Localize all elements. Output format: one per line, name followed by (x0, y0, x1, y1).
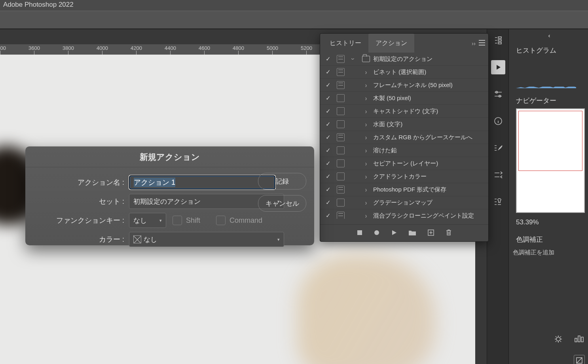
tab-actions[interactable]: アクション (368, 34, 414, 53)
action-row[interactable]: ✓›キャストシャドウ (文字) (320, 105, 488, 118)
sliders-icon[interactable] (491, 87, 505, 101)
svg-rect-7 (575, 338, 577, 342)
set-label: セット : (25, 197, 129, 206)
check-icon[interactable]: ✓ (326, 82, 331, 89)
toggle-dialog-icon[interactable] (337, 212, 345, 219)
right-side-panels: ‹‹ ヒストグラム ナビゲーター 53.39% 色調補正 色調補正を追加 (508, 29, 588, 364)
toggle-dialog-icon[interactable] (337, 133, 345, 141)
action-row[interactable]: ✓›クアドラントカラー (320, 170, 488, 183)
check-icon[interactable]: ✓ (326, 147, 331, 154)
bottom-right-button[interactable] (574, 355, 585, 364)
toggle-dialog-icon[interactable] (337, 159, 345, 167)
toggle-dialog-icon[interactable] (337, 107, 345, 115)
action-label: カスタム RGB からグレースケールへ (372, 134, 487, 141)
navigator-thumbnail[interactable] (516, 108, 585, 213)
check-icon[interactable]: ✓ (326, 199, 331, 206)
color-select-value: なし (144, 235, 157, 244)
check-icon[interactable]: ✓ (326, 186, 331, 193)
check-icon[interactable]: ✓ (326, 212, 331, 219)
toggle-dialog-icon[interactable] (337, 120, 345, 128)
color-select[interactable]: なし ▾ (129, 232, 284, 247)
caret-right-icon[interactable]: › (365, 173, 367, 180)
toggle-dialog-icon[interactable] (337, 173, 345, 180)
action-row[interactable]: ✓›木製 (50 pixel) (320, 92, 488, 105)
toggle-dialog-icon[interactable] (337, 94, 345, 102)
action-row[interactable]: ✓›初期設定のアクション (320, 53, 488, 66)
toggle-dialog-icon[interactable] (337, 68, 345, 76)
check-icon[interactable]: ✓ (326, 173, 331, 180)
caret-right-icon[interactable]: › (365, 212, 367, 219)
play-icon[interactable] (491, 60, 505, 74)
check-icon[interactable]: ✓ (326, 68, 331, 76)
action-row[interactable]: ✓›セピアトーン (レイヤー) (320, 157, 488, 170)
function-key-value: なし (133, 216, 147, 225)
check-icon[interactable]: ✓ (326, 108, 331, 115)
action-row[interactable]: ✓›混合ブラシクローニングペイント設定 (320, 209, 488, 219)
caret-right-icon[interactable]: › (365, 68, 367, 76)
levels-icon[interactable] (575, 335, 584, 345)
check-icon[interactable]: ✓ (326, 160, 331, 167)
record-button[interactable]: 記録 (258, 173, 306, 190)
brush-panel-icon[interactable] (491, 141, 505, 155)
check-icon[interactable]: ✓ (326, 121, 331, 128)
shift-checkbox[interactable] (173, 216, 182, 225)
action-row[interactable]: ✓›グラデーションマップ (320, 196, 488, 209)
panel-menu-icon[interactable] (478, 40, 486, 47)
caret-right-icon[interactable]: › (365, 107, 367, 115)
toggle-dialog-icon[interactable] (337, 81, 345, 89)
new-action-icon[interactable] (428, 229, 434, 237)
new-set-folder-icon[interactable] (409, 230, 416, 237)
toggle-dialog-icon[interactable] (337, 199, 345, 207)
options-bar (0, 11, 588, 29)
check-icon[interactable]: ✓ (326, 55, 331, 63)
action-label: 水面 (文字) (372, 121, 487, 128)
brightness-contrast-icon[interactable] (554, 335, 563, 345)
action-name-input[interactable] (129, 175, 275, 190)
expand-panel-icon[interactable]: ›› (469, 40, 478, 47)
action-row[interactable]: ✓›Photoshop PDF 形式で保存 (320, 183, 488, 196)
action-label: 混合ブラシクローニングペイント設定 (372, 212, 487, 219)
action-row[interactable]: ✓›フレームチャンネル (50 pixel) (320, 79, 488, 92)
toggle-dialog-icon[interactable] (337, 55, 345, 63)
info-icon[interactable] (491, 114, 505, 128)
check-icon[interactable]: ✓ (326, 95, 331, 102)
action-row[interactable]: ✓›カスタム RGB からグレースケールへ (320, 131, 488, 144)
caret-right-icon[interactable]: › (365, 81, 367, 89)
toggle-dialog-icon[interactable] (337, 146, 345, 154)
command-checkbox[interactable] (216, 216, 226, 225)
clone-source-icon[interactable] (491, 168, 505, 182)
caret-down-icon[interactable]: › (349, 58, 357, 60)
record-icon[interactable] (374, 230, 379, 237)
function-key-select[interactable]: なし ▾ (129, 213, 166, 228)
check-icon[interactable]: ✓ (326, 134, 331, 141)
action-row[interactable]: ✓›溶けた鉛 (320, 144, 488, 157)
play-run-icon[interactable] (391, 230, 397, 237)
caret-right-icon[interactable]: › (365, 146, 367, 154)
caret-right-icon[interactable]: › (365, 120, 367, 128)
tab-navigator[interactable]: ナビゲーター (516, 96, 586, 105)
actions-panel: ヒストリー アクション ›› ✓›初期設定のアクション✓›ビネット (選択範囲)… (320, 33, 489, 242)
panel-icon[interactable] (491, 33, 505, 47)
caret-right-icon[interactable]: › (365, 186, 367, 193)
caret-right-icon[interactable]: › (365, 199, 367, 207)
trash-icon[interactable] (446, 229, 451, 237)
color-swatch-none-icon (133, 235, 141, 243)
tab-histogram[interactable]: ヒストグラム (516, 46, 588, 55)
action-label: 溶けた鉛 (372, 147, 487, 154)
tab-history[interactable]: ヒストリー (322, 34, 368, 53)
caret-right-icon[interactable]: › (365, 133, 367, 141)
zoom-level[interactable]: 53.39% (516, 218, 588, 226)
caret-right-icon[interactable]: › (365, 159, 367, 167)
stop-icon[interactable] (357, 230, 362, 236)
collapse-right-icon[interactable]: ‹‹ (509, 32, 588, 39)
function-key-label: ファンクションキー : (25, 216, 129, 225)
stamp-panel-icon[interactable] (491, 195, 505, 209)
cancel-button[interactable]: キャンセル (258, 195, 306, 212)
caret-right-icon[interactable]: › (365, 94, 367, 102)
action-row[interactable]: ✓›ビネット (選択範囲) (320, 66, 488, 79)
action-name-label: アクション名 : (25, 178, 129, 187)
toggle-dialog-icon[interactable] (337, 186, 345, 193)
actions-footer (320, 224, 488, 241)
action-row[interactable]: ✓›水面 (文字) (320, 118, 488, 131)
tab-adjustments[interactable]: 色調補正 (516, 235, 588, 244)
